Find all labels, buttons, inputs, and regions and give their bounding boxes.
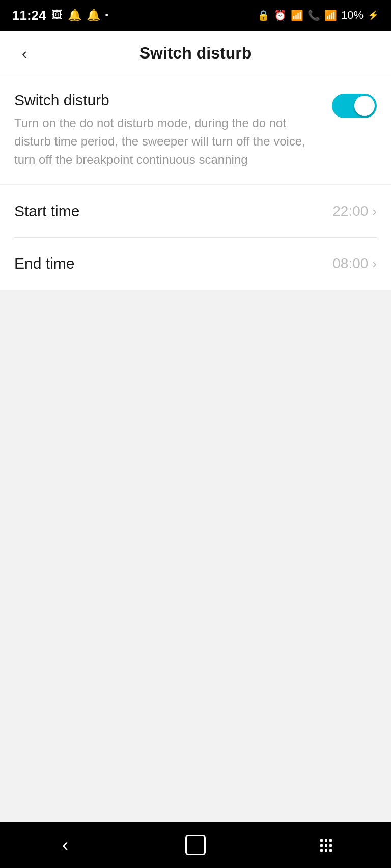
disturb-title: Switch disturb — [14, 92, 322, 109]
dot-indicator: • — [105, 10, 108, 21]
alarm-bell-icon: 🔔 — [87, 9, 100, 22]
back-button[interactable]: ‹ — [12, 41, 37, 66]
disturb-description: Turn on the do not disturb mode, during … — [14, 114, 322, 169]
nav-back-icon: ‹ — [62, 834, 68, 856]
page-title: Switch disturb — [37, 44, 354, 63]
status-bar: 11:24 🖼 🔔 🔔 • 🔒 ⏰ 📶 📞 📶 10% ⚡ — [0, 0, 391, 31]
photo-icon: 🖼 — [51, 9, 63, 22]
disturb-card: Switch disturb Turn on the do not distur… — [0, 76, 391, 184]
end-time-value: 08:00 — [332, 255, 368, 272]
phone-icon: 📞 — [308, 9, 320, 21]
start-time-value: 22:00 — [332, 203, 368, 219]
start-time-row[interactable]: Start time 22:00 › — [0, 185, 391, 237]
back-arrow-icon: ‹ — [22, 45, 27, 62]
nav-recents-button[interactable] — [305, 830, 346, 860]
nav-recents-icon — [320, 839, 332, 852]
content-area: Switch disturb Turn on the do not distur… — [0, 76, 391, 822]
start-time-card: Start time 22:00 › End time 08:00 › — [0, 185, 391, 290]
disturb-toggle[interactable] — [332, 94, 377, 118]
chevron-right-icon: › — [372, 204, 377, 219]
nav-back-button[interactable]: ‹ — [45, 830, 86, 860]
notification-bell-icon: 🔔 — [68, 9, 81, 22]
bottom-nav: ‹ — [0, 822, 391, 868]
status-time: 11:24 — [12, 8, 46, 23]
chevron-right-icon-2: › — [372, 256, 377, 272]
charging-icon: ⚡ — [368, 10, 379, 21]
toggle-container[interactable] — [332, 94, 377, 118]
app-bar: ‹ Switch disturb — [0, 31, 391, 76]
end-time-label: End time — [14, 255, 74, 272]
toggle-knob — [354, 96, 375, 116]
end-time-value-group: 08:00 › — [332, 255, 377, 272]
start-time-value-group: 22:00 › — [332, 203, 377, 219]
battery-indicator: 10% — [341, 9, 364, 22]
disturb-text-block: Switch disturb Turn on the do not distur… — [14, 92, 322, 169]
disturb-section: Switch disturb Turn on the do not distur… — [0, 76, 391, 184]
nav-home-icon — [185, 835, 206, 855]
start-time-label: Start time — [14, 202, 79, 220]
end-time-row[interactable]: End time 08:00 › — [0, 238, 391, 290]
nav-home-button[interactable] — [175, 830, 216, 860]
alarm-icon: ⏰ — [274, 9, 287, 21]
wifi-icon: 📶 — [291, 9, 303, 21]
signal-icon: 📶 — [324, 9, 337, 21]
lock-icon: 🔒 — [257, 9, 270, 21]
